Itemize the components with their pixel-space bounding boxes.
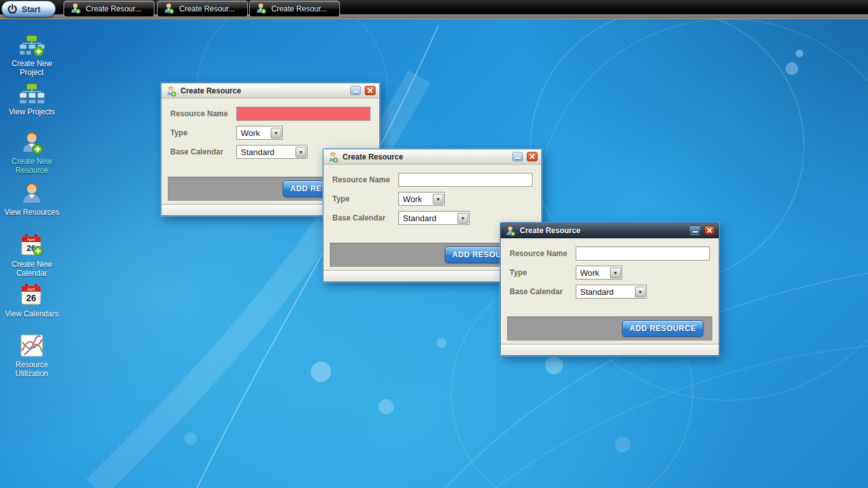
chevron-down-icon[interactable]: ▼ bbox=[295, 147, 306, 158]
resource-name-input[interactable] bbox=[576, 247, 710, 261]
taskbar: Start Create Resour... bbox=[0, 0, 868, 19]
minimize-icon bbox=[693, 231, 698, 233]
type-select[interactable]: Work ▼ bbox=[576, 266, 622, 280]
window-create-resource-3: Create Resource Resource Name Type Work … bbox=[500, 222, 719, 356]
window-titlebar[interactable]: Create Resource bbox=[323, 149, 541, 165]
base-calendar-label: Base Calendar bbox=[510, 287, 576, 296]
close-button[interactable] bbox=[527, 152, 538, 161]
desktop-icon-label: Create New Resource bbox=[2, 157, 62, 175]
org-chart-add-icon bbox=[2, 32, 62, 57]
base-calendar-select[interactable]: Standard ▼ bbox=[398, 211, 470, 225]
person-add-icon bbox=[69, 2, 81, 17]
resource-name-label: Resource Name bbox=[170, 109, 236, 118]
desktop-icon-resource-utilization[interactable]: Resource Utilization bbox=[2, 333, 62, 378]
desktop-icon-label: View Resources bbox=[2, 208, 62, 217]
desktop-icon-view-resources[interactable]: View Resources bbox=[2, 180, 62, 217]
type-label: Type bbox=[170, 128, 236, 137]
person-add-icon bbox=[163, 2, 175, 17]
close-button[interactable] bbox=[704, 226, 715, 235]
line-chart-icon bbox=[2, 333, 62, 358]
type-label: Type bbox=[510, 268, 576, 277]
minimize-button[interactable] bbox=[350, 86, 361, 95]
minimize-icon bbox=[515, 158, 520, 159]
start-button[interactable]: Start bbox=[1, 1, 56, 17]
base-calendar-select[interactable]: Standard ▼ bbox=[236, 145, 308, 159]
window-body: Resource Name Type Work ▼ Base Calendar … bbox=[501, 238, 719, 311]
button-bar: ADD RESOURCE bbox=[507, 316, 712, 341]
taskbar-item-create-resource-1[interactable]: Create Resour... bbox=[64, 1, 154, 17]
taskbar-item-create-resource-3[interactable]: Create Resour... bbox=[249, 1, 340, 17]
person-add-icon bbox=[505, 225, 516, 236]
person-add-icon bbox=[165, 85, 177, 97]
desktop-icon-label: Create New Project bbox=[2, 59, 62, 77]
close-icon bbox=[707, 227, 712, 233]
resource-name-label: Resource Name bbox=[332, 175, 398, 184]
taskbar-item-label: Create Resour... bbox=[271, 4, 327, 13]
chevron-down-icon[interactable]: ▼ bbox=[458, 213, 468, 224]
taskbar-item-label: Create Resour... bbox=[86, 4, 141, 13]
window-footer bbox=[501, 344, 719, 355]
power-icon bbox=[7, 4, 18, 15]
base-calendar-select-value: Standard bbox=[238, 147, 295, 157]
window-title: Create Resource bbox=[342, 152, 508, 161]
calendar-add-icon: April 26 bbox=[2, 233, 62, 258]
desktop-icon-label: View Projects bbox=[2, 107, 62, 116]
base-calendar-select[interactable]: Standard ▼ bbox=[576, 285, 647, 299]
person-add-icon bbox=[255, 2, 267, 17]
desktop: Start Create Resour... bbox=[0, 0, 868, 488]
type-label: Type bbox=[332, 194, 398, 203]
window-title: Create Resource bbox=[520, 226, 686, 235]
add-resource-button[interactable]: ADD RESOURCE bbox=[622, 320, 703, 337]
resource-name-label: Resource Name bbox=[510, 249, 576, 258]
svg-text:April: April bbox=[27, 238, 35, 241]
desktop-icon-view-calendars[interactable]: April 26 View Calendars bbox=[2, 282, 62, 318]
type-select[interactable]: Work ▼ bbox=[236, 126, 283, 140]
base-calendar-select-value: Standard bbox=[577, 287, 635, 297]
close-icon bbox=[367, 88, 373, 93]
desktop-icon-view-projects[interactable]: View Projects bbox=[2, 80, 62, 116]
desktop-icon-label: View Calendars bbox=[2, 309, 62, 318]
window-titlebar[interactable]: Create Resource bbox=[501, 223, 719, 238]
chevron-down-icon[interactable]: ▼ bbox=[610, 268, 621, 278]
chevron-down-icon[interactable]: ▼ bbox=[271, 128, 281, 139]
resource-name-input[interactable] bbox=[236, 107, 370, 121]
taskbar-item-label: Create Resour... bbox=[179, 4, 234, 13]
close-button[interactable] bbox=[365, 86, 376, 95]
type-select[interactable]: Work ▼ bbox=[398, 192, 445, 206]
svg-text:26: 26 bbox=[26, 293, 36, 303]
base-calendar-select-value: Standard bbox=[400, 214, 458, 223]
taskbar-item-create-resource-2[interactable]: Create Resour... bbox=[157, 1, 248, 17]
calendar-icon: April 26 bbox=[2, 282, 62, 308]
window-titlebar[interactable]: Create Resource bbox=[161, 83, 379, 98]
type-select-value: Work bbox=[577, 268, 610, 278]
svg-text:April: April bbox=[27, 287, 35, 291]
close-icon bbox=[529, 154, 535, 159]
type-select-value: Work bbox=[238, 128, 271, 138]
person-add-icon bbox=[327, 151, 339, 163]
desktop-icon-label: Create New Calendar bbox=[2, 260, 62, 278]
base-calendar-label: Base Calendar bbox=[332, 214, 398, 222]
chevron-down-icon[interactable]: ▼ bbox=[635, 287, 646, 297]
type-select-value: Work bbox=[400, 194, 433, 204]
start-label: Start bbox=[22, 4, 41, 14]
desktop-icon-create-new-project[interactable]: Create New Project bbox=[2, 32, 62, 77]
desktop-icon-create-new-calendar[interactable]: April 26 Create New Calendar bbox=[2, 233, 62, 278]
resource-name-input[interactable] bbox=[398, 173, 532, 187]
desktop-icon-create-new-resource[interactable]: Create New Resource bbox=[2, 130, 62, 175]
base-calendar-label: Base Calendar bbox=[170, 147, 236, 156]
window-title: Create Resource bbox=[180, 86, 346, 95]
chevron-down-icon[interactable]: ▼ bbox=[433, 194, 444, 205]
person-add-icon bbox=[2, 130, 62, 155]
minimize-button[interactable] bbox=[512, 152, 523, 161]
minimize-button[interactable] bbox=[689, 226, 700, 235]
minimize-icon bbox=[353, 92, 358, 93]
desktop-icon-label: Resource Utilization bbox=[2, 360, 62, 378]
person-icon bbox=[2, 180, 62, 206]
org-chart-icon bbox=[2, 80, 62, 105]
